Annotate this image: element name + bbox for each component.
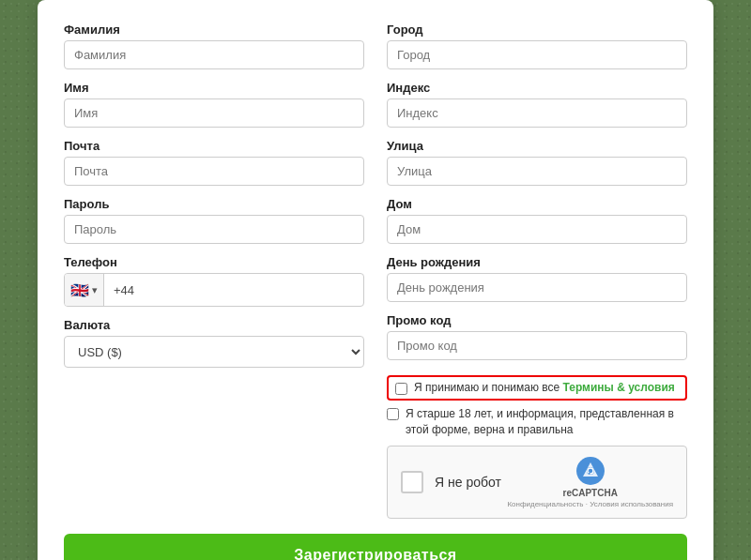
index-label: Индекс xyxy=(387,81,687,95)
birthday-label: День рождения xyxy=(387,255,687,269)
right-column: Город Индекс Улица Дом День рождения Про xyxy=(387,23,687,519)
terms-link[interactable]: Термины & условия xyxy=(563,381,675,394)
currency-field-group: Валюта USD ($) EUR (€) GBP (£) RUB (₽) xyxy=(64,318,364,368)
phone-flag[interactable]: 🇬🇧 ▾ xyxy=(65,274,104,306)
age-checkbox-row: Я старше 18 лет, и информация, представл… xyxy=(387,406,687,438)
checkboxes-section: Я принимаю и понимаю все Термины & услов… xyxy=(387,375,687,519)
left-column: Фамилия Имя Почта Пароль Телефон 🇬🇧 xyxy=(64,23,364,519)
lastname-label: Фамилия xyxy=(64,23,364,37)
email-field-group: Почта xyxy=(64,139,364,186)
phone-label: Телефон xyxy=(64,255,364,269)
city-field-group: Город xyxy=(387,23,687,69)
recaptcha-logo-icon xyxy=(575,456,605,486)
index-field-group: Индекс xyxy=(387,81,687,128)
age-checkbox-text: Я старше 18 лет, и информация, представл… xyxy=(406,406,687,438)
flag-emoji: 🇬🇧 xyxy=(70,281,89,299)
terms-checkbox-text: Я принимаю и понимаю все Термины & услов… xyxy=(414,381,675,394)
recaptcha-left: Я не робот xyxy=(401,471,501,493)
recaptcha-box[interactable]: Я не робот reCAPTCHA Конфиденциальность … xyxy=(387,446,687,519)
email-input[interactable] xyxy=(64,157,364,186)
street-input[interactable] xyxy=(387,157,687,186)
street-field-group: Улица xyxy=(387,139,687,186)
currency-select[interactable]: USD ($) EUR (€) GBP (£) RUB (₽) xyxy=(64,336,364,368)
firstname-label: Имя xyxy=(64,81,364,95)
chevron-down-icon: ▾ xyxy=(92,284,98,296)
age-checkbox[interactable] xyxy=(387,408,399,420)
house-field-group: Дом xyxy=(387,197,687,244)
lastname-input[interactable] xyxy=(64,40,364,69)
house-input[interactable] xyxy=(387,215,687,244)
password-label: Пароль xyxy=(64,197,364,211)
password-input[interactable] xyxy=(64,215,364,244)
recaptcha-label: Я не робот xyxy=(435,475,501,490)
password-field-group: Пароль xyxy=(64,197,364,244)
street-label: Улица xyxy=(387,139,687,153)
firstname-input[interactable] xyxy=(64,98,364,128)
recaptcha-right: reCAPTCHA Конфиденциальность · Условия и… xyxy=(507,456,673,508)
terms-checkbox-row: Я принимаю и понимаю все Термины & услов… xyxy=(387,375,687,401)
lastname-field-group: Фамилия xyxy=(64,23,364,69)
birthday-field-group: День рождения xyxy=(387,255,687,302)
phone-prefix-input[interactable] xyxy=(104,277,363,304)
phone-field-group: Телефон 🇬🇧 ▾ xyxy=(64,255,364,307)
email-label: Почта xyxy=(64,139,364,153)
currency-label: Валюта xyxy=(64,318,364,332)
house-label: Дом xyxy=(387,197,687,211)
firstname-field-group: Имя xyxy=(64,81,364,128)
recaptcha-checkbox[interactable] xyxy=(401,471,423,493)
recaptcha-links-text: Конфиденциальность · Условия использован… xyxy=(507,500,673,508)
promo-input[interactable] xyxy=(387,331,687,360)
promo-label: Промо код xyxy=(387,313,687,327)
birthday-input[interactable] xyxy=(387,273,687,302)
promo-field-group: Промо код xyxy=(387,313,687,360)
city-input[interactable] xyxy=(387,40,687,69)
terms-checkbox[interactable] xyxy=(395,383,407,395)
submit-button[interactable]: Зарегистрироваться xyxy=(64,534,687,560)
phone-wrapper: 🇬🇧 ▾ xyxy=(64,273,364,307)
recaptcha-brand-text: reCAPTCHA xyxy=(563,488,618,498)
registration-form: Фамилия Имя Почта Пароль Телефон 🇬🇧 xyxy=(38,0,713,560)
city-label: Город xyxy=(387,23,687,37)
index-input[interactable] xyxy=(387,98,687,128)
